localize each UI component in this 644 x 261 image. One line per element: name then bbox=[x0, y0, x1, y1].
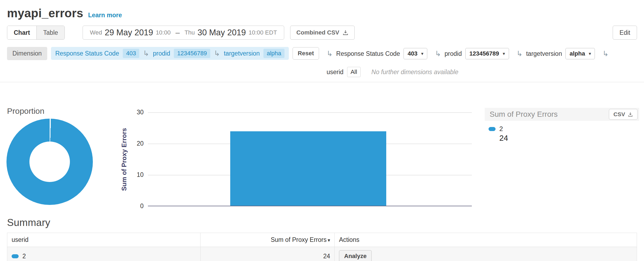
toolbar: Chart Table Wed 29 May 2019 10:00 – Thu … bbox=[0, 25, 644, 40]
start-date: 29 May 2019 bbox=[105, 28, 153, 37]
legend-title: Sum of Proxy Errors bbox=[490, 110, 558, 119]
actions-cell: Analyze bbox=[335, 247, 637, 261]
chart-view-button[interactable]: Chart bbox=[7, 26, 36, 39]
date-range-separator: – bbox=[175, 28, 180, 37]
sum-cell: 24 bbox=[201, 247, 335, 261]
series-swatch bbox=[12, 254, 19, 258]
dimension-selectors: ↳Response Status Code403▾↳prodid12345678… bbox=[327, 48, 637, 77]
next-dimension-name: userid bbox=[327, 68, 344, 76]
csv-button[interactable]: CSV bbox=[609, 109, 638, 120]
dimension-name: targetversion bbox=[526, 50, 562, 57]
sort-descending-icon: ▾ bbox=[328, 238, 330, 243]
analyze-button[interactable]: Analyze bbox=[339, 250, 372, 261]
subdimension-arrow-icon: ↳ bbox=[327, 50, 333, 57]
userid-value: 2 bbox=[22, 253, 26, 260]
view-toggle: Chart Table bbox=[7, 26, 65, 40]
summary-table: userid Sum of Proxy Errors▾ Actions 2 24… bbox=[7, 233, 637, 261]
chevron-down-icon: ▾ bbox=[503, 51, 505, 56]
legend-items: 224 bbox=[485, 121, 639, 143]
dimension-name: prodid bbox=[445, 50, 462, 57]
dimension-value-select[interactable]: 123456789▾ bbox=[465, 48, 509, 59]
subdimension-arrow-icon: ↳ bbox=[143, 50, 149, 57]
reset-button[interactable]: Reset bbox=[293, 47, 319, 60]
series-swatch bbox=[489, 127, 496, 131]
download-icon bbox=[628, 112, 633, 117]
next-dimension-value-select[interactable]: All bbox=[347, 67, 361, 77]
y-tick-label: 20 bbox=[130, 140, 144, 147]
column-header-sum-of-proxy-errors[interactable]: Sum of Proxy Errors▾ bbox=[201, 233, 335, 247]
breadcrumb-dimension-name[interactable]: Response Status Code bbox=[55, 50, 119, 57]
userid-cell: 2 bbox=[7, 247, 201, 261]
breadcrumb-dimension-value[interactable]: 123456789 bbox=[174, 49, 210, 58]
end-time: 10:00 EDT bbox=[249, 29, 277, 36]
dimension-value-select[interactable]: alpha▾ bbox=[565, 48, 595, 59]
summary-heading: Summary bbox=[7, 217, 644, 228]
start-time: 10:00 bbox=[156, 29, 171, 36]
dimension-selector: ↳targetversionalpha▾ bbox=[517, 48, 595, 59]
learn-more-link[interactable]: Learn more bbox=[88, 12, 122, 19]
breadcrumb-dimension-value[interactable]: alpha bbox=[263, 49, 284, 58]
no-more-dimensions-text: No further dimensions available bbox=[371, 68, 458, 76]
proportion-label: Proportion bbox=[7, 107, 44, 116]
edit-button[interactable]: Edit bbox=[613, 26, 637, 40]
end-date: 30 May 2019 bbox=[198, 28, 246, 37]
charts-section: Proportion Sum of Proxy Errors 0102030 S… bbox=[0, 82, 644, 215]
summary-table-header-row: userid Sum of Proxy Errors▾ Actions bbox=[7, 233, 637, 247]
bar-sum-of-proxy-errors[interactable] bbox=[230, 131, 386, 206]
column-header-actions: Actions bbox=[335, 233, 637, 247]
bar-chart: 0102030 bbox=[148, 112, 472, 206]
subdimension-arrow-icon: ↳ bbox=[602, 50, 609, 57]
csv-label: CSV bbox=[614, 111, 625, 118]
proportion-donut-chart[interactable] bbox=[6, 119, 93, 205]
legend-panel: Sum of Proxy Errors CSV 224 bbox=[485, 108, 639, 143]
subdimension-arrow-icon: ↳ bbox=[517, 50, 523, 57]
combined-csv-label: Combined CSV bbox=[296, 29, 339, 36]
breadcrumb-dimension-name[interactable]: targetversion bbox=[224, 50, 260, 57]
column-header-userid[interactable]: userid bbox=[7, 233, 201, 247]
download-icon bbox=[343, 30, 348, 36]
end-day: Thu bbox=[185, 29, 195, 36]
dimension-value-select[interactable]: 403▾ bbox=[404, 48, 427, 59]
bar-chart-y-axis-title: Sum of Proxy Errors bbox=[120, 112, 128, 206]
page-title: myapi_errors bbox=[7, 6, 83, 20]
legend-item-label: 2 bbox=[499, 125, 503, 133]
gridline-y-0 bbox=[148, 206, 472, 206]
dimension-label: Dimension bbox=[7, 47, 47, 60]
subdimension-arrow-icon: ↳ bbox=[435, 50, 441, 57]
next-dimension: useridAll bbox=[327, 67, 361, 77]
table-view-button[interactable]: Table bbox=[36, 26, 65, 39]
y-tick-label: 0 bbox=[130, 202, 144, 210]
start-day: Wed bbox=[90, 29, 102, 36]
legend-item[interactable]: 224 bbox=[489, 125, 639, 143]
dimension-selector: ↳prodid123456789▾ bbox=[435, 48, 509, 59]
dimension-bar: Dimension Response Status Code403↳prodid… bbox=[0, 47, 644, 77]
gridline-y-30 bbox=[148, 112, 472, 113]
donut-hole bbox=[29, 142, 70, 182]
breadcrumb-dimension-value[interactable]: 403 bbox=[123, 49, 139, 58]
page-header: myapi_errors Learn more bbox=[0, 0, 644, 20]
y-tick-label: 30 bbox=[130, 109, 144, 116]
chevron-down-icon: ▾ bbox=[421, 51, 423, 56]
combined-csv-button[interactable]: Combined CSV bbox=[290, 26, 355, 40]
dimension-selector: ↳Response Status Code403▾ bbox=[327, 48, 427, 59]
legend-item-value: 24 bbox=[499, 134, 639, 143]
legend-header: Sum of Proxy Errors CSV bbox=[485, 108, 639, 121]
subdimension-arrow-icon: ↳ bbox=[214, 50, 220, 57]
chevron-down-icon: ▾ bbox=[589, 51, 591, 56]
breadcrumb-dimension-name[interactable]: prodid bbox=[153, 50, 170, 57]
date-range-picker[interactable]: Wed 29 May 2019 10:00 – Thu 30 May 2019 … bbox=[83, 26, 284, 40]
dimension-breadcrumb: Response Status Code403↳prodid123456789↳… bbox=[51, 47, 289, 60]
table-row: 2 24 Analyze bbox=[7, 247, 637, 261]
dimension-name: Response Status Code bbox=[336, 50, 400, 57]
y-tick-label: 10 bbox=[130, 171, 144, 178]
